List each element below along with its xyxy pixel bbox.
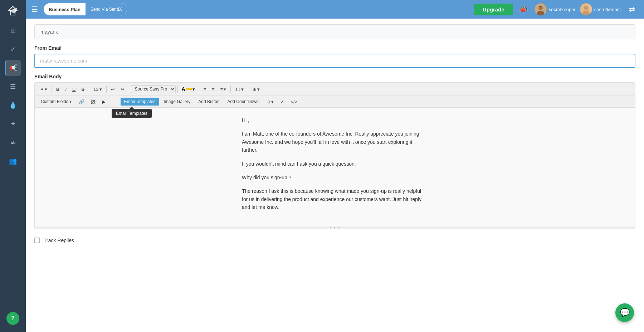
redo-icon: ↪ bbox=[121, 87, 125, 92]
editor-line3: If you wouldn't mind can I ask you a qui… bbox=[242, 160, 428, 168]
video-icon: ▶ bbox=[102, 99, 106, 104]
font-family-select[interactable]: Source Sans Pro bbox=[131, 85, 176, 93]
editor-body[interactable]: Hi , I am Matt, one of the co-founders o… bbox=[35, 108, 635, 226]
sidebar-item-droplet[interactable]: 💧 bbox=[5, 97, 21, 113]
sep6 bbox=[199, 86, 199, 93]
sidebar-item-users[interactable]: 👥 bbox=[5, 153, 21, 169]
sidebar-item-dashboard[interactable]: ⊞ bbox=[5, 23, 21, 39]
bold-button[interactable]: B bbox=[54, 85, 62, 93]
magic-button[interactable]: ✦ ▾ bbox=[38, 85, 50, 93]
undo-icon: ↩ bbox=[111, 87, 115, 92]
chat-icon: 💬 bbox=[620, 308, 630, 317]
share-icon[interactable]: ⇄ bbox=[625, 3, 638, 16]
sep5 bbox=[177, 86, 178, 93]
editor-resize-handle[interactable]: • • • bbox=[35, 226, 635, 229]
user1-menu[interactable]: secretkeeper bbox=[535, 3, 576, 15]
font-color-button[interactable]: A ▾ bbox=[180, 85, 197, 93]
plan-badge: Business Plan Send Via SendX bbox=[44, 3, 127, 15]
undo-button[interactable]: ↩ bbox=[108, 85, 117, 93]
from-email-input[interactable] bbox=[34, 54, 635, 68]
link-button[interactable]: 🔗 bbox=[76, 98, 87, 106]
megaphone-button[interactable]: 📣 bbox=[517, 3, 530, 16]
custom-fields-button[interactable]: Custom Fields ▾ bbox=[38, 97, 75, 106]
image-icon: 🖼 bbox=[91, 99, 96, 104]
megaphone-icon: 📢 bbox=[10, 64, 18, 72]
sep7 bbox=[230, 86, 231, 93]
help-button[interactable]: ? bbox=[6, 312, 19, 325]
dashboard-icon: ⊞ bbox=[10, 27, 16, 35]
from-name-value: mayank bbox=[40, 29, 58, 35]
upgrade-button[interactable]: Upgrade bbox=[474, 4, 513, 15]
users-icon: 👥 bbox=[9, 157, 17, 165]
toolbar-row2: Custom Fields ▾ 🔗 🖼 ▶ — Email Templates … bbox=[35, 96, 635, 108]
color-dropdown-icon: ▾ bbox=[192, 87, 195, 92]
wand-icon: ✦ bbox=[10, 120, 16, 128]
sidebar-item-campaigns[interactable]: 📢 bbox=[5, 60, 21, 76]
numbered-list-button[interactable]: ≡ bbox=[209, 85, 217, 93]
custom-fields-dropdown-icon: ▾ bbox=[69, 99, 72, 104]
code-icon: </> bbox=[291, 99, 297, 104]
chat-button[interactable]: 💬 bbox=[615, 303, 634, 322]
editor-line1: Hi , bbox=[242, 116, 428, 124]
sep3 bbox=[106, 86, 107, 93]
align-icon: ≡ bbox=[220, 87, 223, 92]
underline-button[interactable]: U bbox=[70, 85, 78, 93]
align-button[interactable]: ≡ ▾ bbox=[218, 85, 229, 93]
code-button[interactable]: </> bbox=[288, 98, 300, 106]
editor-line5: The reason I ask this is because knowing… bbox=[242, 187, 428, 211]
editor-line4: Why did you sign-up ? bbox=[242, 174, 428, 181]
track-replies-checkbox[interactable] bbox=[34, 238, 40, 243]
align-dropdown-icon: ▾ bbox=[224, 87, 226, 92]
font-size-dropdown-icon: ▾ bbox=[99, 87, 102, 92]
emoji-dropdown-icon: ▾ bbox=[271, 99, 274, 104]
italic-button[interactable]: I bbox=[63, 85, 69, 93]
table-button[interactable]: ⊞ ▾ bbox=[250, 85, 262, 93]
add-button-button[interactable]: Add Button bbox=[195, 97, 223, 106]
from-name-row: mayank bbox=[34, 24, 635, 39]
image-button[interactable]: 🖼 bbox=[88, 98, 98, 106]
link-icon: 🔗 bbox=[79, 99, 84, 104]
sidebar-item-checkmark[interactable]: ✓ bbox=[5, 42, 21, 57]
font-size-button[interactable]: 13 ▾ bbox=[91, 85, 104, 93]
send-via-button[interactable]: Send Via SendX bbox=[86, 3, 127, 15]
hr-icon: — bbox=[112, 99, 117, 104]
sidebar-item-ab[interactable]: a/b bbox=[5, 135, 21, 150]
droplet-icon: 💧 bbox=[9, 101, 17, 109]
strikethrough-button[interactable]: S bbox=[79, 85, 87, 93]
bullet-list-button[interactable]: ≡ bbox=[201, 85, 209, 93]
track-replies-row: Track Replies bbox=[34, 238, 635, 243]
sidebar-item-list[interactable]: ☰ bbox=[5, 79, 21, 94]
table-icon: ⊞ bbox=[253, 87, 257, 92]
sidebar-item-wand[interactable]: ✦ bbox=[5, 116, 21, 132]
numbered-list-icon: ≡ bbox=[212, 87, 215, 92]
fullscreen-button[interactable]: ⤢ bbox=[278, 98, 287, 106]
sep8 bbox=[248, 86, 248, 93]
sep2 bbox=[89, 86, 89, 93]
emoji-button[interactable]: ☺ ▾ bbox=[263, 98, 276, 106]
editor-content: Hi , I am Matt, one of the co-founders o… bbox=[242, 116, 428, 211]
table-dropdown-icon: ▾ bbox=[257, 87, 260, 92]
user2-menu[interactable]: secretkeeper bbox=[580, 3, 621, 15]
content-area: mayank From Email Email Body ✦ ▾ B I U S bbox=[26, 19, 644, 332]
video-button[interactable]: ▶ bbox=[99, 98, 108, 106]
sidebar: ⊞ ✓ 📢 ☰ 💧 ✦ a/b 👥 ? bbox=[0, 0, 26, 332]
custom-fields-label: Custom Fields bbox=[41, 99, 68, 104]
add-countdown-button[interactable]: Add CountDown bbox=[224, 97, 262, 106]
sep4 bbox=[129, 86, 129, 93]
strikethrough-icon: S bbox=[81, 87, 84, 92]
hr-button[interactable]: — bbox=[109, 98, 119, 106]
user2-name: secretkeeper bbox=[594, 7, 621, 12]
megaphone-icon: 📣 bbox=[519, 5, 528, 14]
image-gallery-button[interactable]: Image Gallery bbox=[161, 97, 194, 106]
sidebar-logo[interactable] bbox=[6, 4, 19, 17]
main-area: ☰ Business Plan Send Via SendX Upgrade 📣… bbox=[26, 0, 644, 332]
text-format-button[interactable]: T↕ ▾ bbox=[233, 85, 246, 93]
color-swatch bbox=[186, 88, 192, 90]
redo-button[interactable]: ↪ bbox=[118, 85, 127, 93]
magic-dropdown-icon: ▾ bbox=[45, 87, 47, 92]
email-templates-button[interactable]: Email Templates bbox=[121, 98, 159, 106]
user1-name: secretkeeper bbox=[549, 7, 576, 12]
email-templates-tooltip: Email Templates bbox=[112, 109, 152, 118]
hamburger-icon[interactable]: ☰ bbox=[31, 5, 38, 14]
text-format-dropdown-icon: ▾ bbox=[241, 87, 244, 92]
